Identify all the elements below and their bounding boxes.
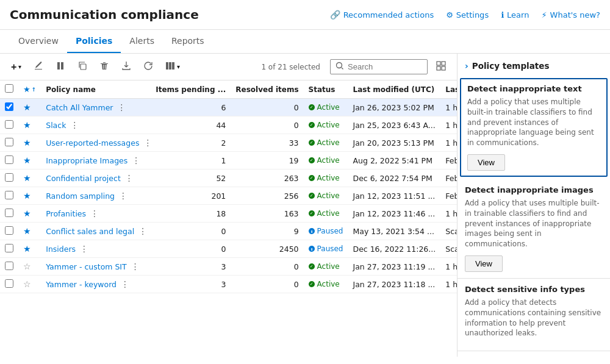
settings-button[interactable]: ⚙️ Settings (446, 10, 489, 20)
search-input[interactable] (348, 62, 422, 71)
table-row: ☆ Yammer - custom SIT ⋮ 3 0 Active Jan 2… (0, 258, 457, 276)
row-checkbox-cell (0, 116, 18, 134)
delete-button[interactable] (96, 59, 113, 75)
row-resolved-cell: 0 (231, 99, 303, 116)
col-header-status[interactable]: Status (304, 80, 348, 99)
table-row: ★ Confidential project ⋮ 52 263 Active D… (0, 170, 457, 187)
col-header-resolved[interactable]: Resolved items (231, 80, 303, 99)
template-2-view-button[interactable]: View (465, 255, 503, 272)
row-checkbox[interactable] (5, 209, 13, 217)
page-title: Communication compliance (10, 7, 330, 22)
star-filled-icon[interactable]: ★ (23, 191, 31, 201)
row-checkbox[interactable] (5, 155, 13, 164)
row-items-cell: 0 (151, 223, 231, 240)
row-name[interactable]: Yammer - keyword (46, 280, 117, 289)
row-checkbox[interactable] (5, 226, 13, 235)
star-filled-icon[interactable]: ★ (23, 138, 31, 148)
row-items-cell: 0 (151, 240, 231, 258)
svg-rect-2 (81, 64, 86, 70)
row-context-menu-button[interactable]: ⋮ (68, 120, 81, 130)
tab-overview[interactable]: Overview (10, 30, 67, 53)
row-name-cell: Conflict sales and legal ⋮ (41, 223, 151, 240)
template-1-view-button[interactable]: View (467, 154, 505, 171)
row-checkbox[interactable] (5, 173, 13, 182)
star-filled-icon[interactable]: ★ (23, 173, 31, 183)
row-context-menu-button[interactable]: ⋮ (142, 137, 154, 148)
search-box[interactable] (330, 59, 428, 74)
star-filled-icon[interactable]: ★ (23, 226, 31, 236)
star-outline-icon[interactable]: ☆ (23, 262, 31, 271)
star-filled-icon[interactable]: ★ (23, 120, 31, 130)
col-header-lastpolicy[interactable]: Last policy s (440, 80, 457, 99)
row-name[interactable]: Catch All Yammer (46, 103, 113, 112)
row-fav-cell: ★ (18, 152, 41, 170)
select-all-checkbox[interactable] (5, 84, 13, 93)
row-checkbox[interactable] (5, 120, 13, 129)
row-name[interactable]: Insiders (46, 244, 76, 254)
row-name[interactable]: Random sampling (46, 191, 115, 201)
row-checkbox[interactable] (5, 279, 13, 288)
whats-new-button[interactable]: ⚡ What's new? (541, 10, 600, 20)
edit-icon (34, 61, 43, 73)
table-row: ★ Inappropriate Images ⋮ 1 19 Active Aug… (0, 152, 457, 170)
row-lastpolicy-cell: 1 hour ago (440, 276, 457, 293)
row-context-menu-button[interactable]: ⋮ (78, 243, 90, 254)
row-resolved-cell: 0 (231, 276, 303, 293)
columns-button[interactable]: ▾ (162, 59, 184, 75)
table-row: ★ Slack ⋮ 44 0 Active Jan 25, 2023 6:43 … (0, 116, 457, 134)
row-fav-cell: ☆ (18, 258, 41, 276)
learn-button[interactable]: ℹ️ Learn (501, 10, 529, 20)
refresh-button[interactable] (140, 59, 157, 75)
row-resolved-cell: 256 (231, 187, 303, 205)
row-context-menu-button[interactable]: ⋮ (137, 226, 149, 237)
add-button[interactable]: + ▾ (7, 59, 25, 75)
row-name[interactable]: User-reported-messages (46, 138, 139, 148)
row-modified-cell: Jan 20, 2023 5:13 PM (348, 134, 441, 152)
star-outline-icon[interactable]: ☆ (23, 279, 31, 289)
row-context-menu-button[interactable]: ⋮ (129, 261, 142, 272)
row-checkbox[interactable] (5, 138, 13, 146)
recommended-actions-button[interactable]: 🔗 Recommended actions (330, 10, 434, 20)
row-lastpolicy-cell: 1 hour ago (440, 205, 457, 223)
row-lastpolicy-cell: Feb 1, 2023 ... (440, 187, 457, 205)
edit-button[interactable] (30, 59, 47, 75)
star-filled-icon[interactable]: ★ (23, 244, 31, 254)
row-items-cell: 6 (151, 99, 231, 116)
row-context-menu-button[interactable]: ⋮ (88, 208, 101, 219)
star-filled-icon[interactable]: ★ (23, 209, 31, 218)
pause-button[interactable] (52, 59, 69, 75)
row-checkbox-cell (0, 240, 18, 258)
col-header-name[interactable]: Policy name (41, 80, 151, 99)
row-context-menu-button[interactable]: ⋮ (119, 279, 131, 290)
row-name[interactable]: Yammer - custom SIT (46, 262, 126, 271)
copy-button[interactable] (74, 59, 91, 75)
tab-policies[interactable]: Policies (67, 30, 121, 53)
tab-alerts[interactable]: Alerts (121, 30, 163, 53)
policies-table: ★ ↑ Policy name Items pending ... Resolv… (0, 80, 457, 293)
row-checkbox[interactable] (5, 262, 13, 270)
row-context-menu-button[interactable]: ⋮ (117, 190, 129, 201)
row-name[interactable]: Inappropriate Images (46, 156, 127, 165)
row-context-menu-button[interactable]: ⋮ (123, 173, 135, 184)
row-checkbox[interactable] (5, 191, 13, 199)
layout-button[interactable] (432, 59, 450, 75)
row-lastpolicy-cell: 1 hour ago (440, 116, 457, 134)
export-button[interactable] (118, 59, 135, 75)
row-checkbox[interactable] (5, 244, 13, 252)
row-name[interactable]: Conflict sales and legal (46, 227, 134, 236)
row-name[interactable]: Slack (46, 121, 66, 130)
svg-rect-8 (442, 62, 445, 65)
tab-reports[interactable]: Reports (163, 30, 213, 53)
col-header-fav[interactable]: ★ ↑ (18, 80, 41, 99)
row-name[interactable]: Confidential project (46, 174, 121, 183)
col-header-modified[interactable]: Last modified (UTC) (348, 80, 441, 99)
col-header-items[interactable]: Items pending ... (151, 80, 231, 99)
row-resolved-cell: 0 (231, 258, 303, 276)
row-resolved-cell: 2450 (231, 240, 303, 258)
row-context-menu-button[interactable]: ⋮ (116, 102, 128, 113)
row-checkbox[interactable] (5, 102, 13, 111)
row-name[interactable]: Profanities (46, 209, 86, 218)
star-filled-icon[interactable]: ★ (23, 155, 31, 165)
star-filled-icon[interactable]: ★ (23, 102, 31, 112)
row-context-menu-button[interactable]: ⋮ (130, 155, 142, 166)
